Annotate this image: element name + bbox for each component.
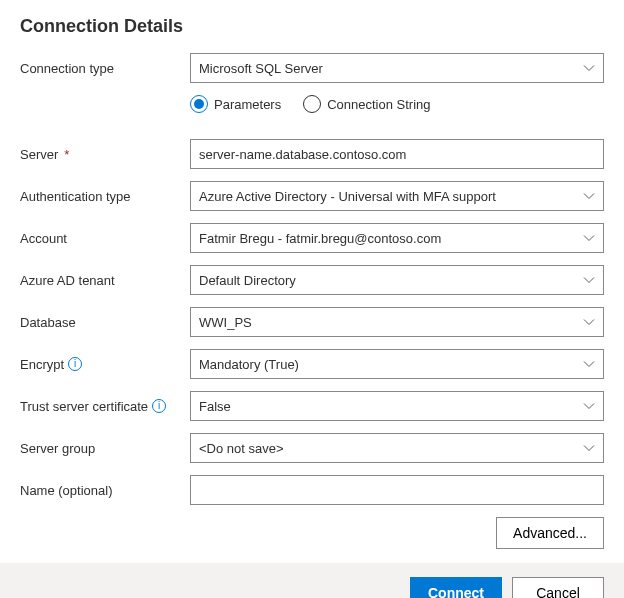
chevron-down-icon: [583, 400, 595, 412]
trust-cert-value: False: [199, 399, 231, 414]
chevron-down-icon: [583, 442, 595, 454]
account-label: Account: [20, 231, 190, 246]
database-value: WWI_PS: [199, 315, 252, 330]
name-input[interactable]: [190, 475, 604, 505]
info-icon[interactable]: i: [152, 399, 166, 413]
database-select[interactable]: WWI_PS: [190, 307, 604, 337]
trust-cert-label: Trust server certificate i: [20, 399, 190, 414]
chevron-down-icon: [583, 190, 595, 202]
account-value: Fatmir Bregu - fatmir.bregu@contoso.com: [199, 231, 441, 246]
connection-type-select[interactable]: Microsoft SQL Server: [190, 53, 604, 83]
account-select[interactable]: Fatmir Bregu - fatmir.bregu@contoso.com: [190, 223, 604, 253]
chevron-down-icon: [583, 316, 595, 328]
server-group-value: <Do not save>: [199, 441, 284, 456]
advanced-button[interactable]: Advanced...: [496, 517, 604, 549]
connect-button[interactable]: Connect: [410, 577, 502, 598]
info-icon[interactable]: i: [68, 357, 82, 371]
required-indicator: *: [64, 147, 69, 162]
dialog-footer: Connect Cancel: [0, 563, 624, 598]
auth-type-select[interactable]: Azure Active Directory - Universal with …: [190, 181, 604, 211]
tenant-select[interactable]: Default Directory: [190, 265, 604, 295]
server-label: Server*: [20, 147, 190, 162]
cancel-button[interactable]: Cancel: [512, 577, 604, 598]
server-value: server-name.database.contoso.com: [199, 147, 406, 162]
chevron-down-icon: [583, 232, 595, 244]
server-input[interactable]: server-name.database.contoso.com: [190, 139, 604, 169]
connection-type-label: Connection type: [20, 61, 190, 76]
server-group-label: Server group: [20, 441, 190, 456]
radio-unselected-icon: [303, 95, 321, 113]
auth-type-label: Authentication type: [20, 189, 190, 204]
chevron-down-icon: [583, 62, 595, 74]
encrypt-label: Encrypt i: [20, 357, 190, 372]
radio-connection-string[interactable]: Connection String: [303, 95, 430, 113]
radio-selected-icon: [190, 95, 208, 113]
tenant-value: Default Directory: [199, 273, 296, 288]
trust-cert-select[interactable]: False: [190, 391, 604, 421]
database-label: Database: [20, 315, 190, 330]
radio-connection-string-label: Connection String: [327, 97, 430, 112]
auth-type-value: Azure Active Directory - Universal with …: [199, 189, 496, 204]
encrypt-value: Mandatory (True): [199, 357, 299, 372]
tenant-label: Azure AD tenant: [20, 273, 190, 288]
server-group-select[interactable]: <Do not save>: [190, 433, 604, 463]
page-title: Connection Details: [20, 16, 604, 37]
radio-parameters[interactable]: Parameters: [190, 95, 281, 113]
radio-parameters-label: Parameters: [214, 97, 281, 112]
connection-type-value: Microsoft SQL Server: [199, 61, 323, 76]
encrypt-select[interactable]: Mandatory (True): [190, 349, 604, 379]
chevron-down-icon: [583, 274, 595, 286]
chevron-down-icon: [583, 358, 595, 370]
name-label: Name (optional): [20, 483, 190, 498]
